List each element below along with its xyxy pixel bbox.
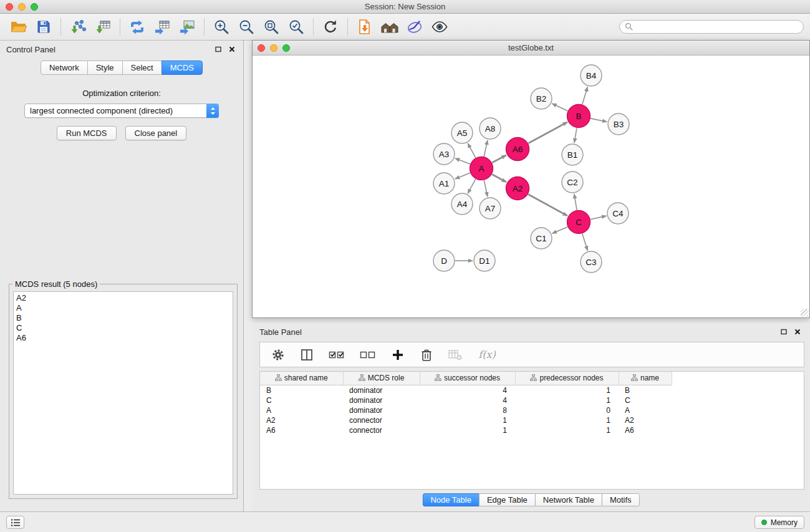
node-table[interactable]: shared nameMCDS rolesuccessor nodesprede… — [259, 371, 804, 490]
graph-edge-A-A2[interactable] — [492, 174, 506, 182]
mcds-result-item[interactable]: A — [14, 303, 233, 313]
graph-edge-A-A7[interactable] — [484, 180, 488, 196]
tab-style[interactable]: Style — [87, 60, 123, 75]
graph-edge-C-C1[interactable] — [552, 227, 567, 234]
graph-node-A4[interactable]: A4 — [451, 193, 473, 215]
tab-node-table[interactable]: Node Table — [422, 493, 480, 506]
apply-style-button[interactable] — [402, 16, 427, 38]
import-network-button[interactable] — [65, 16, 90, 38]
mcds-result-item[interactable]: B — [14, 313, 233, 323]
minimize-window-button[interactable] — [18, 3, 26, 11]
export-network-button[interactable] — [125, 16, 150, 38]
close-panel-button[interactable]: Close panel — [125, 126, 187, 140]
graph-node-D1[interactable]: D1 — [474, 250, 495, 271]
graph-node-D[interactable]: D — [433, 250, 455, 271]
graph-edge-B-B2[interactable] — [552, 104, 567, 111]
save-session-button[interactable] — [31, 16, 56, 38]
graph-node-A7[interactable]: A7 — [480, 198, 501, 219]
tab-select[interactable]: Select — [122, 60, 162, 75]
graph-edge-A-A3[interactable] — [455, 158, 470, 164]
graph-node-C2[interactable]: C2 — [562, 172, 583, 193]
graph-node-B[interactable]: B — [567, 105, 591, 128]
graph-edge-C-C4[interactable] — [591, 216, 607, 220]
run-mcds-button[interactable]: Run MCDS — [57, 126, 117, 140]
zoom-in-button[interactable] — [209, 16, 234, 38]
tab-mcds[interactable]: MCDS — [162, 60, 203, 75]
mcds-result-item[interactable]: A2 — [14, 293, 233, 303]
toggle-columns-button[interactable] — [297, 346, 316, 364]
tab-network[interactable]: Network — [41, 60, 88, 75]
resize-handle[interactable] — [801, 309, 809, 317]
minimize-view-button[interactable] — [270, 44, 277, 52]
tab-edge-table[interactable]: Edge Table — [479, 493, 536, 506]
import-table-button[interactable] — [90, 16, 115, 38]
toggle-details-button[interactable] — [427, 16, 452, 38]
delete-rows-button[interactable] — [417, 346, 436, 364]
graph-node-C3[interactable]: C3 — [581, 251, 602, 273]
zoom-window-button[interactable] — [31, 3, 38, 11]
table-row[interactable]: Adominator80A — [260, 405, 672, 415]
function-builder-button[interactable]: f(x) — [475, 346, 499, 364]
graph-edge-A-A1[interactable] — [455, 173, 470, 179]
mcds-result-item[interactable]: A6 — [14, 333, 233, 343]
graph-node-A5[interactable]: A5 — [451, 122, 473, 143]
float-panel-icon[interactable] — [213, 44, 223, 54]
search-input[interactable] — [619, 20, 804, 34]
zoom-selected-button[interactable] — [284, 16, 309, 38]
table-settings-button[interactable] — [269, 346, 287, 364]
close-table-panel-icon[interactable] — [793, 327, 803, 337]
graph-node-B1[interactable]: B1 — [562, 144, 583, 165]
column-header-successor-nodes[interactable]: successor nodes — [420, 372, 515, 385]
mcds-result-list[interactable]: A2ABCA6 — [13, 291, 233, 495]
table-row[interactable]: A6connector11A6 — [260, 425, 672, 435]
graph-edge-B-B1[interactable] — [574, 128, 577, 143]
zoom-fit-button[interactable] — [259, 16, 284, 38]
graph-edge-B-B4[interactable] — [582, 87, 588, 104]
table-row[interactable]: Cdominator41C — [260, 395, 672, 405]
graph-node-A8[interactable]: A8 — [480, 118, 501, 139]
select-all-button[interactable] — [326, 346, 347, 364]
table-row[interactable]: Bdominator41B — [260, 385, 672, 395]
refresh-view-button[interactable] — [318, 16, 343, 38]
graph-node-A2[interactable]: A2 — [506, 177, 529, 200]
open-session-button[interactable] — [6, 16, 31, 38]
zoom-view-button[interactable] — [282, 44, 290, 52]
graph-edge-A2-C[interactable] — [528, 194, 567, 216]
column-header-predecessor-nodes[interactable]: predecessor nodes — [515, 372, 619, 385]
mcds-result-item[interactable]: C — [14, 323, 233, 333]
export-table-button[interactable] — [150, 16, 175, 38]
network-canvas-svg[interactable]: B4B2BB3A5A8A6B1A3AC2A1A2A4A7C4CC1C3DD1 — [253, 56, 809, 317]
export-image-button[interactable] — [175, 16, 200, 38]
graph-node-B2[interactable]: B2 — [531, 88, 552, 109]
table-row[interactable]: A2connector11A2 — [260, 415, 672, 425]
graph-edge-B-B3[interactable] — [591, 118, 607, 122]
network-window-titlebar[interactable]: testGlobe.txt — [253, 41, 809, 56]
deselect-all-button[interactable] — [357, 346, 378, 364]
home-button[interactable] — [377, 16, 402, 38]
open-recent-button[interactable] — [352, 16, 377, 38]
tab-network-table[interactable]: Network Table — [535, 493, 602, 506]
graph-node-C[interactable]: C — [567, 211, 591, 234]
graph-edge-A-A6[interactable] — [492, 155, 506, 163]
graph-node-A6[interactable]: A6 — [506, 138, 529, 161]
column-header-shared-name[interactable]: shared name — [260, 372, 343, 385]
graph-edge-A-A5[interactable] — [468, 143, 476, 158]
graph-edge-A-A8[interactable] — [484, 140, 488, 157]
network-canvas[interactable]: B4B2BB3A5A8A6B1A3AC2A1A2A4A7C4CC1C3DD1 — [253, 56, 809, 317]
graph-node-A[interactable]: A — [470, 157, 493, 180]
close-panel-icon[interactable] — [227, 44, 237, 54]
graph-edge-A6-B[interactable] — [528, 122, 567, 143]
graph-node-A1[interactable]: A1 — [433, 173, 455, 194]
column-header-name[interactable]: name — [619, 372, 672, 385]
delete-table-button[interactable] — [446, 346, 465, 364]
graph-edge-A-A4[interactable] — [468, 179, 476, 193]
close-window-button[interactable] — [6, 3, 13, 11]
zoom-out-button[interactable] — [234, 16, 259, 38]
add-row-button[interactable] — [388, 346, 407, 364]
graph-node-B4[interactable]: B4 — [581, 65, 602, 86]
tab-motifs[interactable]: Motifs — [602, 493, 640, 506]
criterion-select[interactable]: largest connected component (directed) — [24, 104, 219, 118]
float-table-panel-icon[interactable] — [779, 327, 789, 337]
task-history-button[interactable] — [6, 516, 24, 529]
graph-edge-C-C2[interactable] — [574, 194, 577, 210]
